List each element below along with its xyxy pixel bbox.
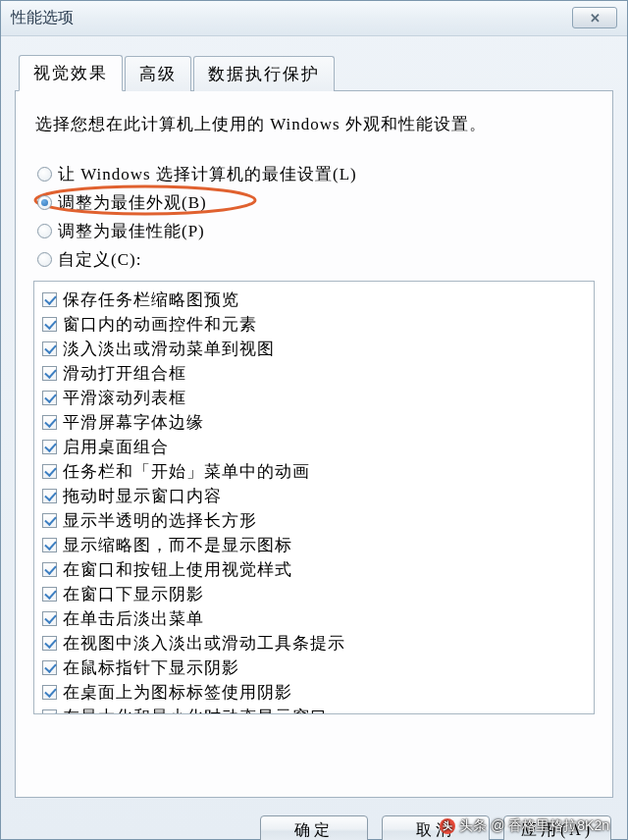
tab-visual-effects[interactable]: 视觉效果 — [19, 55, 123, 91]
check-item[interactable]: 保存任务栏缩略图预览 — [40, 288, 588, 312]
checkbox-icon — [42, 611, 57, 626]
ok-button[interactable]: 确定 — [260, 815, 368, 840]
check-item[interactable]: 在鼠标指针下显示阴影 — [40, 656, 588, 680]
checkbox-icon — [42, 391, 57, 405]
tab-strip: 视觉效果 高级 数据执行保护 — [15, 54, 613, 91]
dialog-buttons: 确定 取消 应用(A) — [1, 806, 627, 840]
visual-effects-panel: 选择您想在此计算机上使用的 Windows 外观和性能设置。 让 Windows… — [15, 91, 613, 798]
titlebar[interactable]: 性能选项 ✕ — [1, 1, 627, 36]
checkbox-icon — [42, 415, 57, 430]
check-item[interactable]: 淡入淡出或滑动菜单到视图 — [40, 337, 588, 361]
radio-icon — [37, 252, 52, 267]
checkbox-icon — [42, 636, 57, 651]
checkbox-icon — [42, 513, 57, 528]
check-item[interactable]: 平滑滚动列表框 — [40, 386, 588, 410]
check-item[interactable]: 在窗口下显示阴影 — [40, 582, 588, 606]
radio-best-appearance[interactable]: 调整为最佳外观(B) — [37, 191, 595, 214]
radio-icon — [37, 167, 52, 182]
radio-icon — [37, 224, 52, 238]
check-item[interactable]: 显示缩略图，而不是显示图标 — [40, 533, 588, 557]
radio-label: 调整为最佳外观(B) — [58, 191, 207, 214]
checkbox-icon — [42, 292, 57, 307]
check-item[interactable]: 在最大化和最小化时动态显示窗口 — [40, 705, 588, 714]
check-item[interactable]: 显示半透明的选择长方形 — [40, 508, 588, 533]
close-icon: ✕ — [590, 11, 601, 26]
client-area: 视觉效果 高级 数据执行保护 选择您想在此计算机上使用的 Windows 外观和… — [1, 36, 627, 806]
check-item[interactable]: 平滑屏幕字体边缘 — [40, 410, 588, 435]
check-item[interactable]: 启用桌面组合 — [40, 435, 588, 459]
visual-effects-checklist[interactable]: 保存任务栏缩略图预览 窗口内的动画控件和元素 淡入淡出或滑动菜单到视图 滑动打开… — [33, 281, 595, 714]
checkbox-icon — [42, 341, 57, 356]
radio-let-windows-choose[interactable]: 让 Windows 选择计算机的最佳设置(L) — [37, 163, 595, 185]
radio-label: 让 Windows 选择计算机的最佳设置(L) — [58, 163, 357, 185]
checkbox-icon — [42, 538, 57, 552]
close-button[interactable]: ✕ — [572, 7, 617, 28]
checkbox-icon — [42, 660, 57, 675]
checkbox-icon — [42, 489, 57, 503]
window-title: 性能选项 — [11, 8, 74, 28]
check-item[interactable]: 在单击后淡出菜单 — [40, 606, 588, 631]
tab-advanced[interactable]: 高级 — [125, 56, 191, 91]
checkbox-icon — [42, 709, 57, 714]
panel-description: 选择您想在此计算机上使用的 Windows 外观和性能设置。 — [35, 113, 593, 135]
check-item[interactable]: 滑动打开组合框 — [40, 361, 588, 386]
performance-options-window: 性能选项 ✕ 视觉效果 高级 数据执行保护 选择您想在此计算机上使用的 Wind… — [0, 0, 628, 840]
radio-label: 调整为最佳性能(P) — [58, 220, 205, 242]
checkbox-icon — [42, 562, 57, 577]
checkbox-icon — [42, 464, 57, 479]
check-item[interactable]: 在视图中淡入淡出或滑动工具条提示 — [40, 631, 588, 656]
checkbox-icon — [42, 366, 57, 381]
check-item[interactable]: 窗口内的动画控件和元素 — [40, 312, 588, 337]
checkbox-icon — [42, 440, 57, 454]
radio-best-performance[interactable]: 调整为最佳性能(P) — [37, 220, 595, 242]
tab-dep[interactable]: 数据执行保护 — [193, 56, 335, 91]
radio-label: 自定义(C): — [58, 248, 141, 271]
cancel-button[interactable]: 取消 — [382, 815, 490, 840]
checkbox-icon — [42, 317, 57, 332]
check-item[interactable]: 在桌面上为图标标签使用阴影 — [40, 680, 588, 705]
check-item[interactable]: 拖动时显示窗口内容 — [40, 484, 588, 508]
check-item[interactable]: 在窗口和按钮上使用视觉样式 — [40, 557, 588, 582]
check-item[interactable]: 任务栏和「开始」菜单中的动画 — [40, 459, 588, 484]
apply-button[interactable]: 应用(A) — [503, 815, 611, 840]
radio-group: 让 Windows 选择计算机的最佳设置(L) 调整为最佳外观(B) 调整为最佳… — [33, 163, 595, 271]
radio-icon — [37, 195, 52, 210]
checkbox-icon — [42, 685, 57, 700]
radio-custom[interactable]: 自定义(C): — [37, 248, 595, 271]
checkbox-icon — [42, 587, 57, 602]
